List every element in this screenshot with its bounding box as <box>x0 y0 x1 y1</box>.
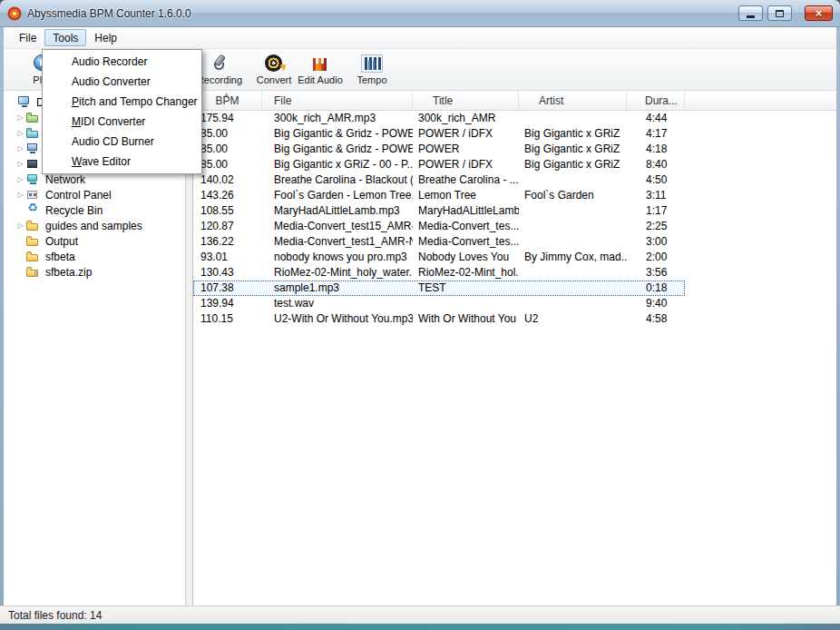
column-header[interactable]: Artist <box>519 91 627 110</box>
column-header[interactable]: Title <box>413 91 519 110</box>
menu-item[interactable]: MIDI Converter <box>43 112 201 132</box>
menu-item[interactable]: Audio Converter <box>43 72 201 92</box>
tree-item-label: guides and samples <box>44 220 144 232</box>
expand-arrow-icon[interactable]: ▷ <box>15 172 26 187</box>
cell-duration: 4:44 <box>627 111 685 126</box>
toolbar-button-label: Edit Audio <box>293 74 347 85</box>
cell-duration: 4:18 <box>627 142 685 157</box>
menubar-item[interactable]: Help <box>86 27 125 48</box>
table-row[interactable]: 107.38 sample1.mp3 TEST 0:18 <box>193 281 685 296</box>
cell-bpm: 108.55 <box>193 203 262 219</box>
menu-item[interactable]: Audio CD Burner <box>43 132 201 152</box>
cell-file: test.wav <box>262 296 413 311</box>
cell-title: Breathe Carolina - ... <box>413 172 519 188</box>
maximize-button[interactable] <box>767 5 792 21</box>
cell-artist: Fool`s Garden <box>519 188 627 203</box>
menu-item[interactable]: Wave Editor <box>43 152 201 172</box>
cell-artist: Big Gigantic x GRiZ <box>519 157 627 172</box>
cell-bpm: 107.38 <box>193 281 262 296</box>
cell-duration: 1:17 <box>627 203 685 219</box>
desktop-icon <box>17 96 32 108</box>
dark-icon <box>26 158 41 170</box>
cell-duration: 4:50 <box>627 172 685 188</box>
table-row[interactable]: 175.94 300k_rich_AMR.mp3 300k_rich_AMR 4… <box>193 111 685 126</box>
titlebar: Abyssmedia BPM Counter 1.6.0.0 × <box>0 0 840 27</box>
status-text: Total files found: 14 <box>8 609 102 622</box>
column-header[interactable]: File <box>262 91 413 110</box>
cell-artist: Big Gigantic x GRiZ <box>519 126 627 142</box>
menubar: FileToolsHelp <box>4 27 836 49</box>
table-row[interactable]: 108.55 MaryHadALittleLamb.mp3 MaryHadALi… <box>193 203 685 219</box>
cell-title: Media-Convert_tes... <box>413 234 519 250</box>
cell-bpm: 130.43 <box>193 265 262 281</box>
cell-file: Breathe Carolina - Blackout (k... <box>262 172 413 188</box>
cell-file: Big Gigantic & Gridz - POWER... <box>262 142 413 157</box>
cell-duration: 2:25 <box>627 219 685 234</box>
window-edge-left <box>0 27 4 605</box>
toolbar-button[interactable]: Edit Audio <box>291 52 349 88</box>
cell-bpm: 85.00 <box>193 157 262 172</box>
expand-arrow-icon[interactable]: ▷ <box>15 187 26 202</box>
table-row[interactable]: 139.94 test.wav 9:40 <box>193 296 685 311</box>
expand-arrow-icon[interactable]: ▷ <box>15 141 26 156</box>
window-title: Abyssmedia BPM Counter 1.6.0.0 <box>27 7 734 20</box>
menubar-item[interactable]: Tools <box>44 29 86 46</box>
cell-file: Media-Convert_test15_AMR-... <box>262 219 413 234</box>
network-icon <box>26 173 41 185</box>
close-button[interactable]: × <box>805 5 833 21</box>
table-row[interactable]: 143.26 Fool`s Garden - Lemon Tree... Lem… <box>193 188 685 203</box>
tree-item[interactable]: sfbeta.zip <box>4 264 185 280</box>
cell-bpm: 143.26 <box>193 188 262 203</box>
table-row[interactable]: 110.15 U2-With Or Without You.mp3 With O… <box>193 311 685 327</box>
file-table: ▲ BPMFileTitleArtistDura... 175.94 300k_… <box>193 91 836 605</box>
tree-item[interactable]: ▷ guides and samples <box>4 218 185 233</box>
computer-icon <box>26 143 41 154</box>
cell-title: Nobody Loves You <box>413 250 519 265</box>
table-row[interactable]: 85.00 Big Gigantic x GRiZ - 00 - P... PO… <box>193 157 685 172</box>
statusbar: Total files found: 14 <box>0 605 840 624</box>
cell-title: POWER / iDFX <box>413 126 519 142</box>
cell-file: Big Gigantic x GRiZ - 00 - P... <box>262 157 413 172</box>
cell-title: POWER / iDFX <box>413 157 519 172</box>
expand-arrow-icon[interactable]: ▷ <box>15 156 26 172</box>
folder-green-icon <box>26 112 41 123</box>
table-row[interactable]: 136.22 Media-Convert_test1_AMR-N... Medi… <box>193 234 685 250</box>
folder-teal-icon <box>26 127 41 139</box>
expand-arrow-icon[interactable]: ▷ <box>15 218 26 233</box>
cell-artist <box>519 234 627 250</box>
tree-item[interactable]: sfbeta <box>4 249 185 264</box>
cell-bpm: 85.00 <box>193 142 262 157</box>
tree-item-label: Control Panel <box>44 189 113 202</box>
cell-duration: 3:00 <box>627 234 685 250</box>
cell-title: RioMez-02-Mint_hol... <box>413 265 519 281</box>
cell-artist <box>519 296 627 311</box>
cell-bpm: 136.22 <box>193 234 262 250</box>
table-row[interactable]: 85.00 Big Gigantic & Gridz - POWER i... … <box>193 126 685 142</box>
cell-duration: 2:00 <box>627 250 685 265</box>
menu-item[interactable]: Pitch and Tempo Changer <box>43 92 201 112</box>
folder-icon <box>26 251 41 262</box>
table-row[interactable]: 93.01 nobody knows you pro.mp3 Nobody Lo… <box>193 250 685 265</box>
cell-file: 300k_rich_AMR.mp3 <box>262 111 413 126</box>
toolbar-button-label: Convert <box>251 74 297 85</box>
tree-item[interactable]: Recycle Bin <box>4 202 185 218</box>
minimize-button[interactable] <box>738 5 763 21</box>
menu-item[interactable]: Audio Recorder <box>43 52 201 72</box>
toolbar-button[interactable]: Tempo <box>347 52 396 88</box>
cell-file: RioMez-02-Mint_holy_water... <box>262 265 413 281</box>
cell-bpm: 139.94 <box>193 296 262 311</box>
table-row[interactable]: 130.43 RioMez-02-Mint_holy_water... RioM… <box>193 265 685 281</box>
tempo-icon <box>361 54 383 73</box>
expand-arrow-icon[interactable]: ▷ <box>15 125 26 141</box>
cell-title: TEST <box>413 281 519 296</box>
app-window: Abyssmedia BPM Counter 1.6.0.0 × FileToo… <box>0 0 840 630</box>
menubar-item[interactable]: File <box>11 27 44 48</box>
table-row[interactable]: 140.02 Breathe Carolina - Blackout (k...… <box>193 172 685 188</box>
expand-arrow-icon[interactable]: ▷ <box>15 110 26 125</box>
cell-duration: 4:17 <box>627 126 685 142</box>
column-header[interactable]: Dura... <box>627 91 685 110</box>
cell-artist <box>519 111 627 126</box>
table-row[interactable]: 85.00 Big Gigantic & Gridz - POWER... PO… <box>193 142 685 157</box>
tree-item[interactable]: Output <box>4 233 185 249</box>
table-row[interactable]: 120.87 Media-Convert_test15_AMR-... Medi… <box>193 219 685 234</box>
